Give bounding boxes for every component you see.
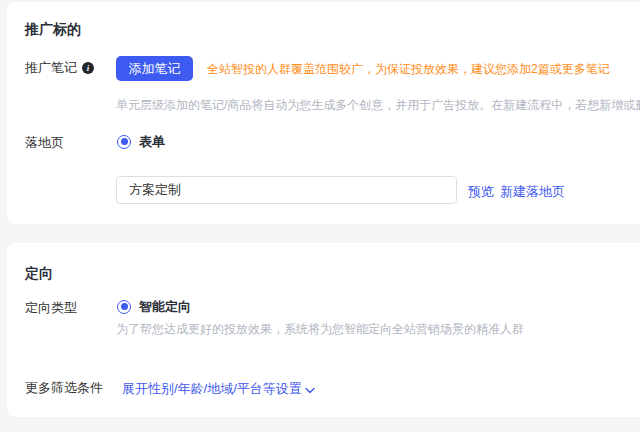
radio-selected-icon	[117, 135, 131, 149]
targeting-type-label: 定向类型	[25, 300, 77, 315]
expand-filters-link[interactable]: 展开性别/年龄/地域/平台等设置	[122, 381, 315, 396]
landing-links-row: 预览 新建落地页	[468, 184, 565, 199]
radio-option-form-label: 表单	[139, 134, 165, 149]
radio-option-form[interactable]: 表单	[117, 134, 165, 149]
form-name-input[interactable]	[116, 176, 457, 204]
note-helper-text: 单元层级添加的笔记/商品将自动为您生成多个创意，并用于广告投放。在新建流程中，若…	[116, 98, 640, 112]
info-icon[interactable]: i	[82, 62, 94, 74]
promotion-section-title: 推广标的	[25, 21, 81, 37]
promotion-note-label-row: 推广笔记 i	[25, 60, 94, 75]
preview-link[interactable]: 预览	[468, 184, 494, 199]
coverage-warning-text: 全站智投的人群覆盖范围较广，为保证投放效果，建议您添加2篇或更多笔记	[207, 62, 610, 76]
add-note-button[interactable]: 添加笔记	[116, 56, 193, 81]
ad-setup-page: 推广标的 推广笔记 i 添加笔记 全站智投的人群覆盖范围较广，为保证投放效果，建…	[0, 0, 640, 432]
radio-option-smart-targeting-label: 智能定向	[139, 299, 191, 314]
radio-option-smart-targeting[interactable]: 智能定向	[117, 299, 191, 314]
radio-selected-icon	[117, 300, 131, 314]
more-filters-label: 更多筛选条件	[25, 380, 103, 395]
new-landing-page-link[interactable]: 新建落地页	[500, 184, 565, 199]
promotion-note-label: 推广笔记	[25, 60, 77, 75]
targeting-section-title: 定向	[25, 265, 53, 281]
expand-filters-link-text: 展开性别/年龄/地域/平台等设置	[122, 381, 302, 396]
landing-page-label: 落地页	[25, 135, 64, 150]
chevron-down-icon	[305, 387, 315, 394]
targeting-helper-text: 为了帮您达成更好的投放效果，系统将为您智能定向全站营销场景的精准人群	[116, 322, 640, 336]
expand-filters-row: 展开性别/年龄/地域/平台等设置	[122, 379, 315, 397]
